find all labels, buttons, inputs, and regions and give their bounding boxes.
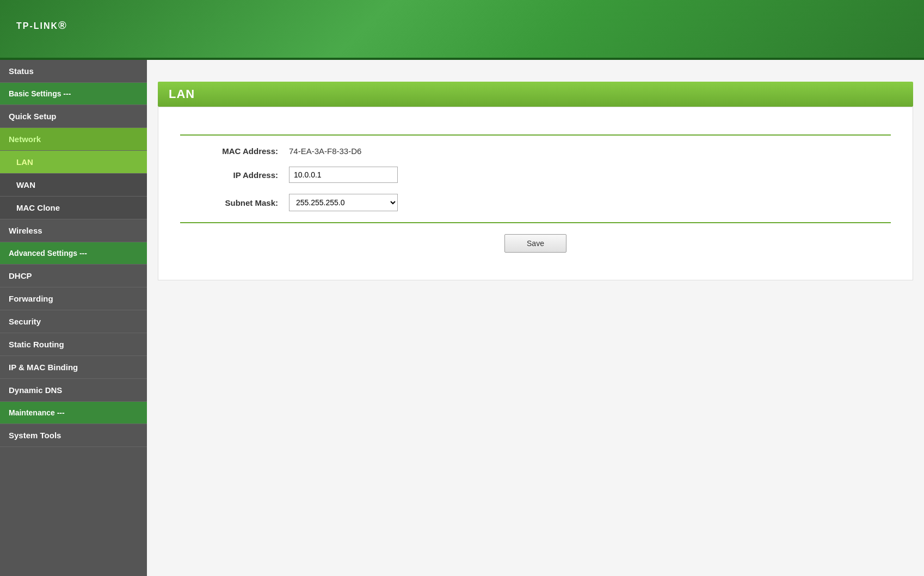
- ip-address-label: IP Address:: [180, 170, 289, 180]
- sidebar-item-forwarding[interactable]: Forwarding: [0, 287, 147, 310]
- sidebar: Status Basic Settings --- Quick Setup Ne…: [0, 60, 147, 576]
- logo: TP-LINK®: [16, 14, 67, 44]
- mac-address-label: MAC Address:: [180, 146, 289, 156]
- sidebar-item-maintenance: Maintenance ---: [0, 402, 147, 424]
- content-area: MAC Address: 74-EA-3A-F8-33-D6 IP Addres…: [158, 107, 913, 280]
- sidebar-item-advanced-settings: Advanced Settings ---: [0, 242, 147, 265]
- sidebar-item-wireless[interactable]: Wireless: [0, 219, 147, 242]
- sidebar-item-lan[interactable]: LAN: [0, 151, 147, 174]
- page-header-bar: LAN: [158, 82, 913, 107]
- bottom-divider: [180, 222, 891, 223]
- main-content: LAN MAC Address: 74-EA-3A-F8-33-D6 IP Ad…: [147, 60, 924, 576]
- sidebar-item-basic-settings: Basic Settings ---: [0, 83, 147, 105]
- top-divider: [180, 134, 891, 136]
- sidebar-item-dynamic-dns[interactable]: Dynamic DNS: [0, 379, 147, 402]
- logo-text: TP-LINK: [16, 21, 58, 30]
- ip-address-input[interactable]: [289, 167, 398, 183]
- sidebar-item-quick-setup[interactable]: Quick Setup: [0, 105, 147, 128]
- page-title: LAN: [169, 87, 902, 101]
- sidebar-item-mac-clone[interactable]: MAC Clone: [0, 197, 147, 219]
- sidebar-item-status[interactable]: Status: [0, 60, 147, 83]
- subnet-mask-select[interactable]: 255.255.255.0 255.255.0.0 255.0.0.0: [289, 194, 398, 211]
- sidebar-item-network[interactable]: Network: [0, 128, 147, 151]
- lan-form: MAC Address: 74-EA-3A-F8-33-D6 IP Addres…: [180, 146, 891, 211]
- trademark-icon: ®: [58, 19, 67, 31]
- sidebar-item-system-tools[interactable]: System Tools: [0, 424, 147, 447]
- sidebar-item-wan[interactable]: WAN: [0, 174, 147, 197]
- header: TP-LINK®: [0, 0, 924, 60]
- ip-address-row: IP Address:: [180, 167, 891, 183]
- mac-address-row: MAC Address: 74-EA-3A-F8-33-D6: [180, 146, 891, 156]
- save-button[interactable]: Save: [504, 234, 566, 253]
- layout: Status Basic Settings --- Quick Setup Ne…: [0, 60, 924, 576]
- subnet-mask-label: Subnet Mask:: [180, 198, 289, 207]
- sidebar-item-ip-mac-binding[interactable]: IP & MAC Binding: [0, 356, 147, 379]
- mac-address-value: 74-EA-3A-F8-33-D6: [289, 146, 361, 156]
- sidebar-item-static-routing[interactable]: Static Routing: [0, 333, 147, 356]
- sidebar-item-dhcp[interactable]: DHCP: [0, 265, 147, 287]
- button-row: Save: [180, 234, 891, 253]
- subnet-mask-row: Subnet Mask: 255.255.255.0 255.255.0.0 2…: [180, 194, 891, 211]
- sidebar-item-security[interactable]: Security: [0, 310, 147, 333]
